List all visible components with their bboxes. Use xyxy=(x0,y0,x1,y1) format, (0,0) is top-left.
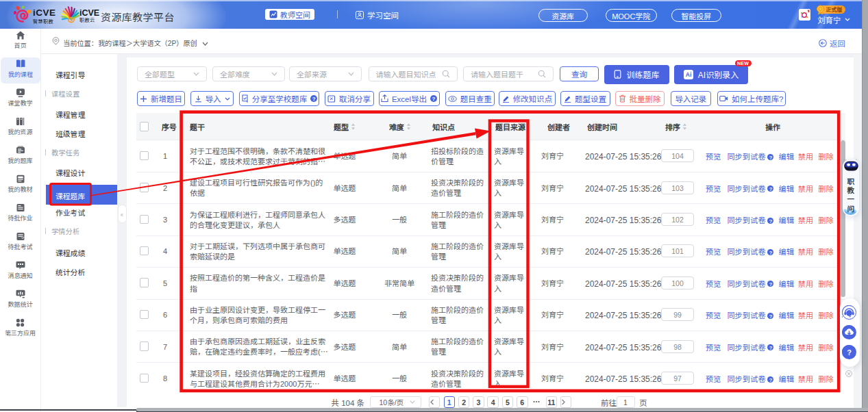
svg-text:Ai: Ai xyxy=(686,71,692,78)
svg-text:?: ? xyxy=(847,348,852,357)
